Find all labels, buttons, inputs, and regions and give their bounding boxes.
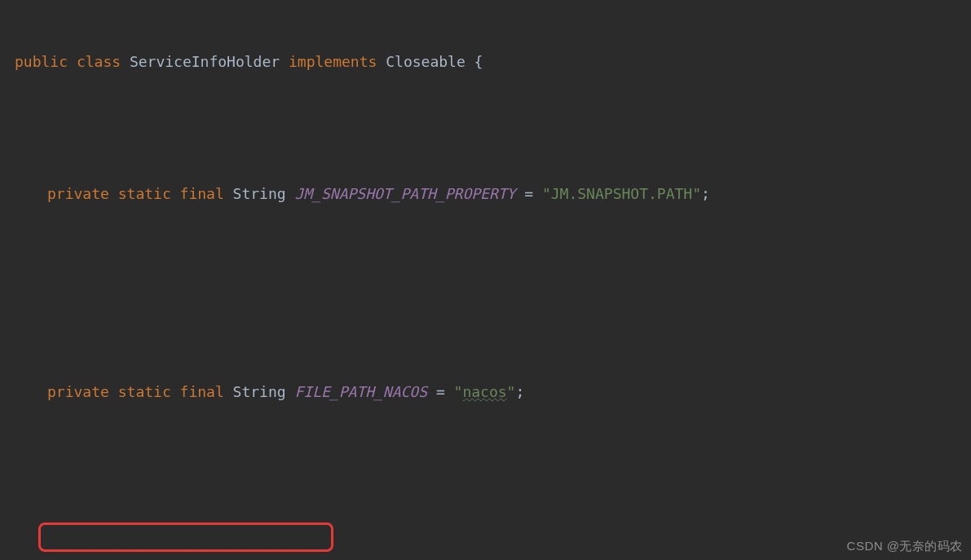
semicolon: ;	[515, 383, 524, 400]
keyword-final: final	[180, 383, 224, 400]
blank-line	[0, 117, 971, 139]
operator-eq: =	[515, 185, 542, 202]
keyword-private: private	[47, 185, 109, 202]
interface-name: Closeable	[386, 53, 466, 70]
string-literal: "JM.SNAPSHOT.PATH"	[542, 185, 701, 202]
code-line: private static final String JM_SNAPSHOT_…	[0, 183, 971, 205]
keyword-static: static	[118, 383, 171, 400]
field-name: JM_SNAPSHOT_PATH_PROPERTY	[294, 185, 515, 202]
class-name: ServiceInfoHolder	[130, 53, 280, 70]
blank-line	[0, 249, 971, 271]
type-string: String	[233, 185, 286, 202]
code-line: public class ServiceInfoHolder implement…	[0, 51, 971, 73]
keyword-class: class	[77, 53, 121, 70]
keyword-final: final	[180, 185, 224, 202]
type-string: String	[233, 383, 286, 400]
code-editor[interactable]: public class ServiceInfoHolder implement…	[0, 0, 971, 560]
keyword-public: public	[15, 53, 68, 70]
semicolon: ;	[701, 185, 710, 202]
keyword-private: private	[47, 383, 109, 400]
string-quote: "	[507, 383, 516, 400]
operator-eq: =	[427, 383, 454, 400]
keyword-static: static	[118, 185, 171, 202]
string-quote: "	[454, 383, 463, 400]
field-name: FILE_PATH_NACOS	[294, 383, 427, 400]
brace-open: {	[474, 53, 483, 70]
blank-line	[0, 513, 971, 535]
code-line: private static final String FILE_PATH_NA…	[0, 381, 971, 403]
string-literal: nacos	[462, 383, 506, 400]
blank-line	[0, 447, 971, 469]
keyword-implements: implements	[289, 53, 377, 70]
blank-line	[0, 315, 971, 337]
